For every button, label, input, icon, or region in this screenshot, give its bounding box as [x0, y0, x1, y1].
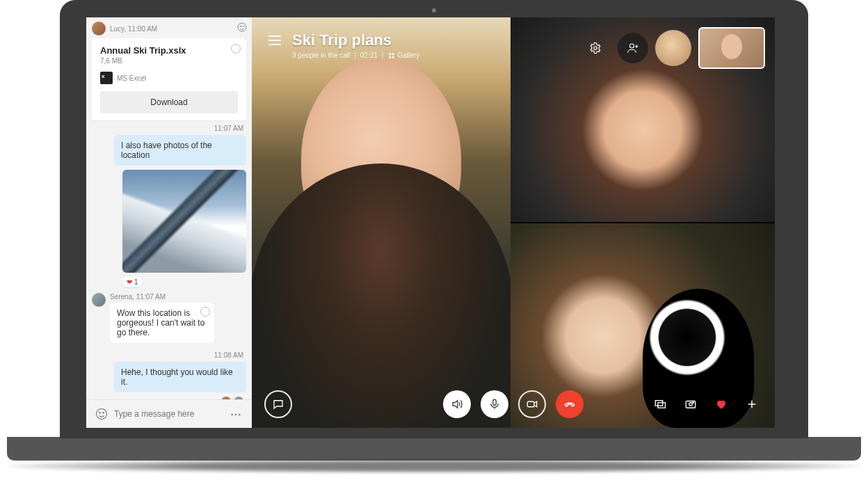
laptop-shadow	[7, 459, 861, 473]
person-add-icon[interactable]	[618, 33, 648, 63]
svg-rect-6	[389, 53, 391, 55]
microphone-icon[interactable]	[481, 390, 508, 418]
file-attachment-card[interactable]: Annual Ski Trip.xslx 7,6 MB MS Excel Dow…	[92, 38, 246, 120]
svg-point-17	[689, 403, 693, 406]
emoji-icon[interactable]	[95, 407, 108, 421]
message-sender: Lucy, 11:00 AM	[110, 25, 157, 33]
svg-rect-9	[392, 56, 394, 58]
timestamp: 11:08 AM	[92, 351, 243, 359]
snapshot-icon[interactable]	[680, 394, 701, 415]
avatar[interactable]	[92, 22, 106, 35]
svg-rect-8	[389, 56, 391, 58]
view-mode-button[interactable]: Gallery	[388, 51, 420, 59]
svg-rect-12	[493, 399, 497, 405]
outgoing-message[interactable]: Hehe, I thought you would like it.	[114, 362, 246, 392]
file-name: Annual Ski Trip.xslx	[100, 45, 238, 56]
participant-avatar[interactable]	[655, 30, 691, 66]
svg-point-3	[97, 409, 107, 420]
avatar[interactable]	[92, 293, 106, 307]
svg-rect-13	[527, 401, 534, 407]
chat-bubble-icon[interactable]	[264, 390, 292, 418]
download-button[interactable]: Download	[100, 91, 238, 113]
main-video-feed[interactable]	[252, 17, 511, 428]
svg-point-1	[240, 26, 241, 26]
svg-rect-15	[658, 403, 666, 408]
camera-icon[interactable]	[518, 390, 546, 418]
more-icon[interactable]: ⋯	[230, 407, 243, 421]
svg-rect-7	[392, 53, 394, 55]
react-icon[interactable]	[231, 44, 241, 54]
speaker-icon[interactable]	[443, 390, 471, 418]
self-view-pip[interactable]	[698, 27, 765, 69]
laptop-camera	[432, 8, 436, 13]
incoming-message[interactable]: Wow this location is gorgeous! I can't w…	[110, 303, 214, 343]
file-app: MS Excel	[117, 74, 146, 82]
message-sender: Serena, 11:07 AM	[110, 293, 246, 301]
svg-point-4	[99, 413, 101, 414]
hangup-button[interactable]	[556, 390, 584, 418]
heart-icon[interactable]	[711, 394, 732, 415]
svg-point-2	[243, 26, 243, 26]
svg-rect-14	[655, 401, 663, 406]
svg-point-18	[693, 402, 694, 404]
screenshare-icon[interactable]	[650, 394, 670, 415]
svg-point-5	[103, 413, 104, 414]
heart-icon: ❤	[127, 278, 132, 286]
photo-message[interactable]	[122, 170, 246, 273]
gear-icon[interactable]	[580, 33, 611, 63]
message-composer: ⋯	[86, 399, 252, 428]
call-subtitle: 3 people in the call| 02:21| Gallery	[292, 51, 419, 59]
svg-point-11	[630, 44, 634, 48]
file-size: 7,6 MB	[100, 57, 238, 65]
emoji-reaction-icon[interactable]	[236, 22, 248, 33]
message-input[interactable]	[114, 409, 224, 419]
call-title: Ski Trip plans	[292, 31, 419, 49]
outgoing-message[interactable]: I also have photos of the location	[114, 135, 246, 166]
call-panel: Ski Trip plans 3 people in the call| 02:…	[252, 17, 775, 428]
svg-point-10	[594, 47, 597, 50]
svg-point-0	[238, 23, 246, 31]
excel-icon	[100, 72, 113, 84]
laptop-base	[7, 437, 861, 461]
hamburger-icon[interactable]	[268, 35, 281, 45]
timestamp: 11:07 AM	[92, 125, 243, 132]
react-icon[interactable]	[200, 307, 210, 317]
chat-panel: Lucy, 11:00 AM Annual Ski Trip.xslx 7,6 …	[86, 17, 252, 428]
plus-icon[interactable]	[741, 394, 762, 415]
reaction-pill[interactable]: ❤1	[122, 277, 143, 287]
